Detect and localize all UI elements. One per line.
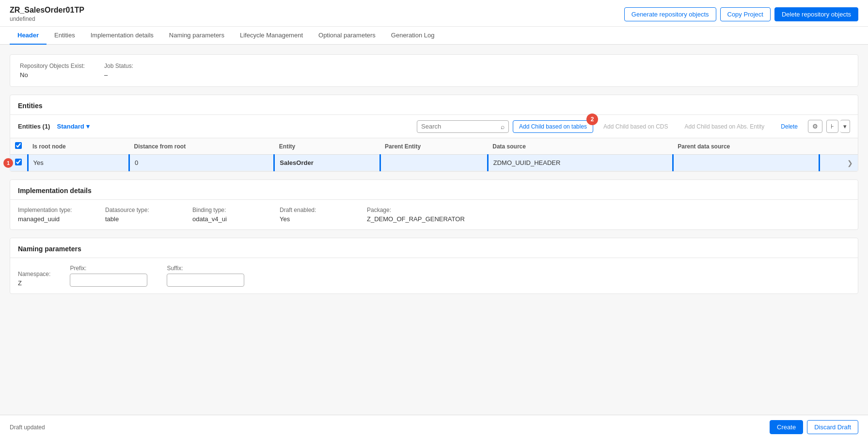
entities-section: Entities Entities (1) Standard ▾ ⌕ Add C… (10, 95, 858, 172)
col-entity: Entity (274, 138, 380, 155)
entity-table-body: 1 Yes 0 SalesOrder ZDMO_UUID_HEADER ❯ (10, 155, 858, 171)
impl-type-field: Implementation type: managed_uuid (18, 207, 76, 223)
app-subtitle: undefined (10, 16, 84, 22)
suffix-label: Suffix: (167, 265, 244, 272)
entities-toolbar: Entities (1) Standard ▾ ⌕ Add Child base… (10, 115, 858, 138)
row-parent-entity (380, 155, 488, 171)
row-distance: 0 (129, 155, 274, 171)
entities-count-label: Entities (1) (18, 123, 50, 130)
col-is-root: Is root node (28, 138, 129, 155)
info-section: Repository Objects Exist: No Job Status:… (10, 54, 858, 87)
dropdown-arrow-button[interactable]: ▾ (840, 120, 850, 133)
settings-icon-button[interactable]: ⚙ (808, 120, 822, 133)
tab-header[interactable]: Header (10, 27, 47, 45)
entities-title: Entities (10, 95, 858, 115)
datasource-type-label: Datasource type: (105, 207, 163, 213)
top-bar: ZR_SalesOrder01TP undefined Generate rep… (0, 0, 868, 27)
generate-button[interactable]: Generate repository objects (624, 7, 716, 21)
footer: Draft updated Create Discard Draft (0, 415, 868, 439)
naming-grid: Namespace: Z Prefix: Suffix: (10, 258, 858, 293)
col-parent-entity: Parent Entity (380, 138, 488, 155)
add-child-tables-wrapper: Add Child based on tables 2 (513, 120, 593, 133)
row-entity: SalesOrder (274, 155, 380, 171)
tab-generation[interactable]: Generation Log (383, 27, 442, 45)
draft-enabled-value: Yes (280, 215, 338, 223)
tab-naming[interactable]: Naming parameters (161, 27, 232, 45)
delete-button[interactable]: Delete repository objects (774, 7, 858, 21)
standard-dropdown[interactable]: Standard ▾ (54, 121, 92, 132)
namespace-field: Namespace: Z (18, 271, 50, 287)
row-checkbox-cell: 1 (10, 155, 28, 171)
binding-type-label: Binding type: (192, 207, 251, 213)
tabs-bar: Header Entities Implementation details N… (0, 27, 868, 45)
col-distance: Distance from root (129, 138, 274, 155)
col-data-source: Data source (488, 138, 673, 155)
col-actions (820, 138, 858, 155)
prefix-label: Prefix: (70, 265, 147, 272)
step-1-badge: 1 (3, 158, 13, 168)
implementation-section: Implementation details Implementation ty… (10, 179, 858, 230)
add-child-tables-button[interactable]: Add Child based on tables (513, 120, 593, 133)
draft-enabled-field: Draft enabled: Yes (280, 207, 338, 223)
datasource-type-field: Datasource type: table (105, 207, 163, 223)
search-input[interactable] (421, 123, 499, 130)
repo-objects-field: Repository Objects Exist: No (20, 63, 85, 79)
search-icon: ⌕ (501, 123, 505, 130)
suffix-field: Suffix: (167, 265, 244, 287)
step-2-badge: 2 (586, 114, 598, 125)
entity-table-header-row: Is root node Distance from root Entity P… (10, 138, 858, 155)
implementation-grid: Implementation type: managed_uuid Dataso… (10, 200, 858, 229)
package-value: Z_DEMO_OF_RAP_GENERATOR (367, 215, 465, 223)
standard-label: Standard (57, 123, 84, 130)
chevron-down-icon: ▾ (86, 123, 90, 130)
entity-table: Is root node Distance from root Entity P… (10, 138, 858, 171)
prefix-input[interactable] (70, 274, 147, 287)
tab-optional[interactable]: Optional parameters (311, 27, 383, 45)
tab-implementation[interactable]: Implementation details (83, 27, 161, 45)
suffix-input[interactable] (167, 274, 244, 287)
top-bar-left: ZR_SalesOrder01TP undefined (10, 6, 84, 22)
row-is-root: Yes (28, 155, 129, 171)
tab-entities[interactable]: Entities (47, 27, 83, 45)
discard-button[interactable]: Discard Draft (807, 420, 858, 434)
row-chevron: ❯ (820, 155, 858, 171)
package-field: Package: Z_DEMO_OF_RAP_GENERATOR (367, 207, 465, 223)
add-child-cds-button[interactable]: Add Child based on CDS (597, 120, 674, 133)
footer-status: Draft updated (10, 424, 45, 431)
row-checkbox[interactable] (15, 159, 22, 165)
create-button[interactable]: Create (770, 420, 803, 434)
row-expand-icon[interactable]: ❯ (847, 159, 853, 167)
table-row[interactable]: 1 Yes 0 SalesOrder ZDMO_UUID_HEADER ❯ (10, 155, 858, 171)
add-child-abs-button[interactable]: Add Child based on Abs. Entity (679, 120, 771, 133)
table-view-button[interactable]: ⊦ (826, 120, 838, 133)
main-content: Repository Objects Exist: No Job Status:… (0, 45, 868, 415)
impl-type-label: Implementation type: (18, 207, 76, 213)
package-label: Package: (367, 207, 465, 213)
job-status-label: Job Status: (104, 63, 133, 69)
implementation-title: Implementation details (10, 180, 858, 200)
app-container: ZR_SalesOrder01TP undefined Generate rep… (0, 0, 868, 439)
naming-section: Naming parameters Namespace: Z Prefix: S… (10, 238, 858, 294)
app-title: ZR_SalesOrder01TP (10, 6, 84, 15)
binding-type-value: odata_v4_ui (192, 215, 251, 223)
prefix-field: Prefix: (70, 265, 147, 287)
datasource-type-value: table (105, 215, 163, 223)
top-bar-right: Generate repository objects Copy Project… (624, 7, 858, 21)
select-all-checkbox[interactable] (15, 142, 22, 149)
entity-table-wrapper: Is root node Distance from root Entity P… (10, 138, 858, 171)
header-checkbox-cell (10, 138, 28, 155)
namespace-label: Namespace: (18, 271, 50, 277)
row-parent-data-source (673, 155, 820, 171)
col-parent-data-source: Parent data source (673, 138, 820, 155)
search-box: ⌕ (417, 120, 509, 133)
tab-lifecycle[interactable]: Lifecycle Management (232, 27, 311, 45)
impl-type-value: managed_uuid (18, 215, 76, 223)
binding-type-field: Binding type: odata_v4_ui (192, 207, 251, 223)
info-grid: Repository Objects Exist: No Job Status:… (20, 63, 848, 79)
repo-objects-value: No (20, 71, 85, 79)
delete-entity-button[interactable]: Delete (774, 120, 804, 133)
job-status-value: – (104, 71, 133, 79)
row-data-source: ZDMO_UUID_HEADER (488, 155, 673, 171)
copy-button[interactable]: Copy Project (720, 7, 771, 21)
draft-enabled-label: Draft enabled: (280, 207, 338, 213)
